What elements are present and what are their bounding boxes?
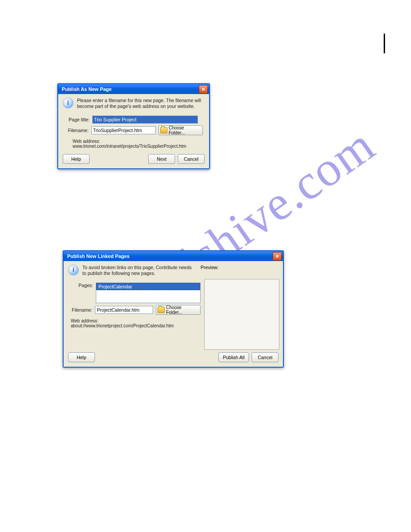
close-button[interactable]: ✕ — [199, 85, 208, 94]
dialog-title: Publish New Linked Pages — [67, 253, 129, 259]
choose-folder-label: Choose Folder... — [166, 305, 198, 315]
choose-folder-label: Choose Folder... — [169, 125, 200, 135]
dialog-message: Please enter a filename for this new pag… — [77, 98, 205, 109]
close-icon: ✕ — [201, 87, 205, 92]
page-title-label: Page title: — [64, 117, 90, 122]
cancel-label: Cancel — [184, 156, 199, 162]
help-label: Help — [77, 355, 86, 360]
filename-input[interactable] — [91, 126, 156, 134]
dialog-title: Publish As New Page — [62, 86, 111, 92]
choose-folder-button[interactable]: Choose Folder... — [156, 305, 201, 315]
web-address: Web address: www.trionet.com/intranet/pr… — [64, 137, 203, 150]
cancel-label: Cancel — [258, 355, 273, 360]
titlebar[interactable]: Publish New Linked Pages ✕ — [64, 251, 283, 261]
preview-area — [204, 279, 279, 350]
filename-label: Filename: — [68, 307, 92, 313]
help-button[interactable]: Help — [68, 352, 95, 362]
pages-label: Pages: — [68, 283, 93, 288]
folder-icon — [160, 127, 167, 133]
publish-new-page-dialog: Publish As New Page ✕ i Please enter a f… — [57, 83, 210, 169]
next-button[interactable]: Next — [148, 154, 175, 164]
list-item[interactable]: ProjectCalendar — [96, 283, 200, 290]
dialog-body: i Please enter a filename for this new p… — [58, 94, 209, 168]
web-address: Web address: about://www.trionetproject.… — [68, 317, 201, 330]
next-label: Next — [157, 156, 167, 162]
page-mark — [384, 34, 385, 53]
info-icon: i — [63, 98, 74, 109]
dialog-message: To avoid broken links on this page, Cont… — [82, 265, 195, 276]
help-label: Help — [71, 156, 81, 162]
filename-label: Filename: — [64, 128, 89, 133]
dialog-body: i To avoid broken links on this page, Co… — [64, 261, 283, 367]
filename-input[interactable] — [95, 306, 153, 314]
titlebar[interactable]: Publish As New Page ✕ — [58, 84, 209, 94]
cancel-button[interactable]: Cancel — [252, 352, 278, 362]
choose-folder-button[interactable]: Choose Folder... — [158, 125, 203, 135]
pages-listbox[interactable]: ProjectCalendar — [96, 283, 201, 303]
folder-icon — [158, 307, 165, 313]
publish-all-label: Publish All — [223, 355, 244, 360]
publish-all-button[interactable]: Publish All — [218, 352, 249, 362]
close-button[interactable]: ✕ — [273, 252, 282, 261]
publish-linked-pages-dialog: Publish New Linked Pages ✕ i To avoid br… — [63, 250, 284, 368]
preview-label: Preview: — [201, 265, 278, 270]
cancel-button[interactable]: Cancel — [178, 154, 205, 164]
close-icon: ✕ — [275, 254, 279, 259]
info-icon: i — [68, 265, 80, 276]
help-button[interactable]: Help — [63, 154, 90, 164]
page-title-input[interactable] — [92, 116, 198, 124]
